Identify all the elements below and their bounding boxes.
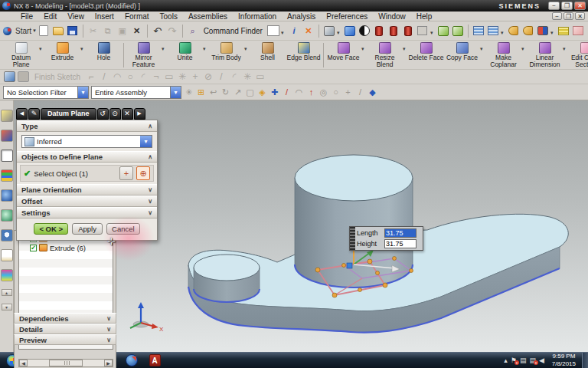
reuse-library-icon[interactable] xyxy=(1,169,13,182)
filter-dropdown-icon[interactable]: ▾ xyxy=(77,87,88,98)
trim-body-button[interactable]: Trim Body xyxy=(208,42,244,61)
hole-button[interactable]: Hole xyxy=(86,42,122,61)
new-file-button[interactable] xyxy=(37,24,51,38)
tree-row-extrude[interactable]: ✔ Extrude (6) xyxy=(19,243,113,252)
rendering-style-button[interactable] xyxy=(358,24,371,38)
redo-button[interactable]: ↷ xyxy=(165,24,179,38)
nx-taskbar-button[interactable] xyxy=(120,353,143,368)
mdi-restore-button[interactable]: ❐ xyxy=(564,12,573,20)
make-coplanar-dropdown-icon[interactable]: ▾ xyxy=(521,42,527,52)
trim-body-dropdown-icon[interactable]: ▾ xyxy=(244,42,250,52)
scrollbar-thumb[interactable] xyxy=(49,360,83,366)
checkbox-icon[interactable]: ✔ xyxy=(30,245,37,251)
dialog-reset-button[interactable]: ↺ xyxy=(97,108,109,120)
selection-scope-combo[interactable]: Entire Assembly ▾ xyxy=(91,86,181,99)
arrows-dropdown-icon[interactable]: ▾ xyxy=(550,26,556,36)
csys-move-button[interactable] xyxy=(451,24,465,38)
arc-center-icon[interactable]: ◠ xyxy=(294,87,304,97)
system-materials-icon[interactable] xyxy=(1,249,13,261)
edge-blend-button[interactable]: Edge Blend xyxy=(286,42,322,61)
dialog-options-button[interactable]: ⊙ xyxy=(109,108,121,120)
orient-arrows-button[interactable] xyxy=(536,24,550,38)
paste-button[interactable]: ▣ xyxy=(116,24,129,38)
hidden-icons-button[interactable]: ▴ xyxy=(504,356,508,364)
edit-cross-section-button[interactable]: Edit Cross Section xyxy=(568,42,588,69)
invert-icon[interactable]: ↗ xyxy=(233,87,243,97)
ok-button[interactable]: < OK > xyxy=(34,223,68,235)
menu-assemblies[interactable]: Assemblies xyxy=(183,12,233,21)
copy-face-button[interactable]: Copy Face xyxy=(444,42,480,61)
move-face-dropdown-icon[interactable]: ▾ xyxy=(361,42,367,52)
objects-group-header[interactable]: Objects to Define Plane ∧ xyxy=(17,151,157,163)
height-input[interactable] xyxy=(384,239,416,248)
cancel-button[interactable]: Cancel xyxy=(106,223,140,235)
web-browser-icon[interactable] xyxy=(1,209,13,222)
type-dropdown-icon[interactable]: ▾ xyxy=(140,136,152,147)
point-on-face-icon[interactable]: ◆ xyxy=(368,87,377,97)
volume-icon[interactable]: ◀ xyxy=(539,356,544,364)
render-style-dropdown-icon[interactable]: ▾ xyxy=(337,26,342,36)
mirror-feature-button[interactable]: Mirror Feature xyxy=(126,42,162,69)
background-dropdown-icon[interactable]: ▾ xyxy=(430,26,436,36)
restore-button[interactable]: ❐ xyxy=(561,2,573,10)
existing-point-icon[interactable]: + xyxy=(343,87,353,97)
settings-header[interactable]: Settings ∨ xyxy=(17,207,157,219)
grid-lines-button[interactable] xyxy=(557,24,570,38)
extrude-button[interactable]: Extrude xyxy=(44,42,80,61)
view-layer-button[interactable] xyxy=(486,24,500,38)
delete-button[interactable]: ✕ xyxy=(130,24,144,38)
section-view-button[interactable] xyxy=(372,24,386,38)
point-on-curve-icon[interactable]: / xyxy=(355,87,365,97)
background-button[interactable] xyxy=(416,24,430,38)
show-desktop-button[interactable] xyxy=(582,353,588,368)
information-button[interactable]: i xyxy=(287,24,301,38)
usb-device-icon[interactable]: ▤ xyxy=(520,356,527,364)
command-finder-button[interactable]: Command Finder xyxy=(204,27,263,35)
menu-help[interactable]: Help xyxy=(411,12,438,21)
horizontal-scrollbar[interactable]: ◀ ▶ xyxy=(18,359,113,367)
apply-button[interactable]: Apply xyxy=(72,223,103,235)
dependencies-panel-header[interactable]: Dependencies ∨ xyxy=(14,313,116,324)
preview-panel-header[interactable]: Preview ∨ xyxy=(14,334,116,345)
clip-section-button[interactable] xyxy=(387,24,400,38)
endpoint-icon[interactable]: / xyxy=(282,87,292,97)
circle-center-icon[interactable]: ○ xyxy=(331,87,341,97)
copy-button[interactable]: ⧉ xyxy=(101,24,115,38)
select-all-icon[interactable]: ↻ xyxy=(220,87,230,97)
drag-handle[interactable] xyxy=(350,227,355,250)
part-navigator-icon[interactable] xyxy=(1,150,13,162)
intersection-icon[interactable]: ◎ xyxy=(318,87,328,97)
menu-information[interactable]: Information xyxy=(233,12,282,21)
unite-dropdown-icon[interactable]: ▾ xyxy=(203,42,208,52)
menu-edit[interactable]: Edit xyxy=(38,12,62,21)
minimize-button[interactable]: − xyxy=(548,2,560,10)
selection-filter-combo[interactable]: No Selection Filter ▾ xyxy=(3,86,89,99)
network-icon[interactable]: ▤x xyxy=(529,356,536,364)
linear-dimension-dropdown-icon[interactable]: ▾ xyxy=(563,42,568,52)
open-file-button[interactable] xyxy=(51,24,65,38)
rectangle-select-icon[interactable]: ▢ xyxy=(245,87,255,97)
action-center-icon[interactable]: ⚑x xyxy=(511,356,517,364)
adobe-reader-button[interactable]: A xyxy=(143,353,166,368)
layer-dropdown-icon[interactable]: ▾ xyxy=(501,26,506,36)
move-face-button[interactable]: Move Face xyxy=(325,42,361,61)
sketch-icon[interactable] xyxy=(4,71,15,82)
resize-blend-button[interactable]: Resize Blend xyxy=(367,42,403,69)
resize-blend-dropdown-icon[interactable]: ▾ xyxy=(403,42,408,52)
history-icon[interactable] xyxy=(1,229,13,242)
dialog-close-button[interactable]: ✕ xyxy=(122,108,133,120)
unite-button[interactable]: Unite xyxy=(167,42,203,61)
type-group-header[interactable]: Type ∧ xyxy=(17,120,157,132)
start-menu-button[interactable]: Start▾ xyxy=(15,24,36,38)
datum-plane-button[interactable]: Datum Plane xyxy=(3,42,39,69)
make-coplanar-button[interactable]: Make Coplanar xyxy=(485,42,521,69)
datum-plane-dropdown-icon[interactable]: ▾ xyxy=(39,42,44,52)
hd3d-tools-icon[interactable] xyxy=(1,189,13,202)
type-combo[interactable]: Inferred ▾ xyxy=(21,135,152,148)
close-part-button[interactable]: ✕ xyxy=(302,24,315,38)
measure-button[interactable] xyxy=(571,24,585,38)
resource-scroll-down-icon[interactable]: ▾ xyxy=(2,304,12,310)
menu-tools[interactable]: Tools xyxy=(155,12,183,21)
cut-button[interactable]: ✂ xyxy=(87,24,100,38)
plane-orientation-header[interactable]: Plane Orientation ∨ xyxy=(17,184,157,196)
